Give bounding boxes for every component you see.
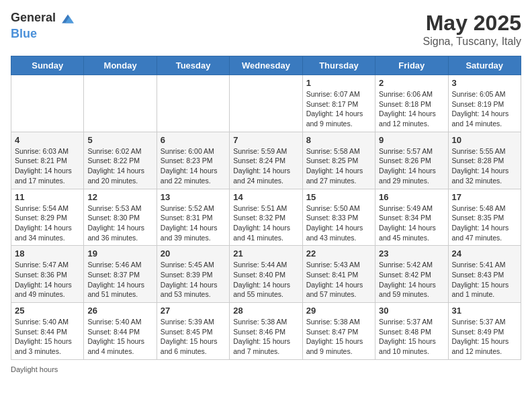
- day-info: Sunrise: 5:48 AM Sunset: 8:35 PM Dayligh…: [452, 203, 517, 243]
- title-block: May 2025 Signa, Tuscany, Italy: [423, 11, 521, 48]
- day-info: Sunrise: 5:57 AM Sunset: 8:26 PM Dayligh…: [379, 146, 444, 186]
- calendar-cell: 9Sunrise: 5:57 AM Sunset: 8:26 PM Daylig…: [375, 132, 448, 189]
- weekday-header: Thursday: [302, 56, 375, 75]
- day-info: Sunrise: 5:47 AM Sunset: 8:36 PM Dayligh…: [15, 260, 80, 300]
- day-info: Sunrise: 6:02 AM Sunset: 8:22 PM Dayligh…: [87, 146, 152, 186]
- day-number: 18: [15, 248, 80, 259]
- day-info: Sunrise: 5:42 AM Sunset: 8:42 PM Dayligh…: [379, 260, 444, 300]
- calendar-cell: 8Sunrise: 5:58 AM Sunset: 8:25 PM Daylig…: [302, 132, 375, 189]
- weekday-header: Tuesday: [157, 56, 229, 75]
- calendar-cell: 15Sunrise: 5:50 AM Sunset: 8:33 PM Dayli…: [302, 189, 375, 246]
- calendar-cell: 25Sunrise: 5:40 AM Sunset: 8:44 PM Dayli…: [11, 303, 84, 360]
- logo: General Blue: [11, 11, 77, 41]
- day-number: 23: [379, 248, 444, 259]
- day-number: 21: [233, 248, 298, 259]
- day-info: Sunrise: 5:38 AM Sunset: 8:46 PM Dayligh…: [233, 317, 298, 357]
- day-info: Sunrise: 5:55 AM Sunset: 8:28 PM Dayligh…: [452, 146, 517, 186]
- calendar-cell: 6Sunrise: 6:00 AM Sunset: 8:23 PM Daylig…: [157, 132, 229, 189]
- day-info: Sunrise: 5:53 AM Sunset: 8:30 PM Dayligh…: [87, 203, 152, 243]
- day-info: Sunrise: 6:05 AM Sunset: 8:19 PM Dayligh…: [452, 89, 517, 129]
- day-info: Sunrise: 6:00 AM Sunset: 8:23 PM Dayligh…: [161, 146, 226, 186]
- day-number: 6: [161, 135, 226, 145]
- calendar-cell: 29Sunrise: 5:38 AM Sunset: 8:47 PM Dayli…: [302, 303, 375, 360]
- day-number: 24: [452, 248, 517, 259]
- day-number: 2: [379, 78, 444, 88]
- day-number: 26: [87, 306, 152, 316]
- calendar-cell: 28Sunrise: 5:38 AM Sunset: 8:46 PM Dayli…: [230, 303, 302, 360]
- calendar-week-row: 18Sunrise: 5:47 AM Sunset: 8:36 PM Dayli…: [11, 246, 521, 303]
- location-title: Signa, Tuscany, Italy: [423, 36, 521, 48]
- calendar-cell: 27Sunrise: 5:39 AM Sunset: 8:45 PM Dayli…: [157, 303, 229, 360]
- day-info: Sunrise: 5:38 AM Sunset: 8:47 PM Dayligh…: [306, 317, 371, 357]
- day-info: Sunrise: 5:40 AM Sunset: 8:44 PM Dayligh…: [87, 317, 152, 357]
- calendar-cell: 14Sunrise: 5:51 AM Sunset: 8:32 PM Dayli…: [230, 189, 302, 246]
- calendar-table: SundayMondayTuesdayWednesdayThursdayFrid…: [11, 56, 521, 360]
- calendar-cell: 26Sunrise: 5:40 AM Sunset: 8:44 PM Dayli…: [84, 303, 157, 360]
- calendar-cell: 21Sunrise: 5:44 AM Sunset: 8:40 PM Dayli…: [230, 246, 302, 303]
- weekday-header: Wednesday: [230, 56, 302, 75]
- day-info: Sunrise: 5:46 AM Sunset: 8:37 PM Dayligh…: [87, 260, 152, 300]
- day-number: 8: [306, 135, 371, 145]
- calendar-week-row: 11Sunrise: 5:54 AM Sunset: 8:29 PM Dayli…: [11, 189, 521, 246]
- weekday-header: Sunday: [11, 56, 84, 75]
- day-info: Sunrise: 6:06 AM Sunset: 8:18 PM Dayligh…: [379, 89, 444, 129]
- day-number: 7: [233, 135, 298, 145]
- day-number: 9: [379, 135, 444, 145]
- logo-icon: [60, 11, 76, 27]
- day-info: Sunrise: 5:37 AM Sunset: 8:48 PM Dayligh…: [379, 317, 444, 357]
- calendar-cell: 22Sunrise: 5:43 AM Sunset: 8:41 PM Dayli…: [302, 246, 375, 303]
- day-info: Sunrise: 5:51 AM Sunset: 8:32 PM Dayligh…: [233, 203, 298, 243]
- day-info: Sunrise: 5:54 AM Sunset: 8:29 PM Dayligh…: [15, 203, 80, 243]
- calendar-cell: [11, 75, 84, 132]
- calendar-week-row: 25Sunrise: 5:40 AM Sunset: 8:44 PM Dayli…: [11, 303, 521, 360]
- day-info: Sunrise: 5:40 AM Sunset: 8:44 PM Dayligh…: [15, 317, 80, 357]
- day-number: 10: [452, 135, 517, 145]
- calendar-cell: 4Sunrise: 6:03 AM Sunset: 8:21 PM Daylig…: [11, 132, 84, 189]
- day-number: 25: [15, 306, 80, 316]
- day-number: 13: [161, 192, 226, 202]
- calendar-cell: 2Sunrise: 6:06 AM Sunset: 8:18 PM Daylig…: [375, 75, 448, 132]
- day-number: 12: [87, 192, 152, 202]
- weekday-header: Saturday: [448, 56, 521, 75]
- day-number: 20: [161, 248, 226, 259]
- day-info: Sunrise: 6:07 AM Sunset: 8:17 PM Dayligh…: [306, 89, 371, 129]
- logo-text: General Blue: [11, 11, 77, 41]
- month-title: May 2025: [423, 11, 521, 36]
- day-number: 27: [161, 306, 226, 316]
- day-info: Sunrise: 5:37 AM Sunset: 8:49 PM Dayligh…: [452, 317, 517, 357]
- calendar-cell: 7Sunrise: 5:59 AM Sunset: 8:24 PM Daylig…: [230, 132, 302, 189]
- weekday-header-row: SundayMondayTuesdayWednesdayThursdayFrid…: [11, 56, 521, 75]
- day-number: 3: [452, 78, 517, 88]
- calendar-cell: 31Sunrise: 5:37 AM Sunset: 8:49 PM Dayli…: [448, 303, 521, 360]
- day-number: 5: [87, 135, 152, 145]
- calendar-week-row: 4Sunrise: 6:03 AM Sunset: 8:21 PM Daylig…: [11, 132, 521, 189]
- calendar-cell: 19Sunrise: 5:46 AM Sunset: 8:37 PM Dayli…: [84, 246, 157, 303]
- calendar-cell: 18Sunrise: 5:47 AM Sunset: 8:36 PM Dayli…: [11, 246, 84, 303]
- calendar-cell: [230, 75, 302, 132]
- day-number: 22: [306, 248, 371, 259]
- calendar-cell: [157, 75, 229, 132]
- calendar-cell: 10Sunrise: 5:55 AM Sunset: 8:28 PM Dayli…: [448, 132, 521, 189]
- calendar-cell: 1Sunrise: 6:07 AM Sunset: 8:17 PM Daylig…: [302, 75, 375, 132]
- calendar-cell: 24Sunrise: 5:41 AM Sunset: 8:43 PM Dayli…: [448, 246, 521, 303]
- logo-general: General: [11, 11, 56, 24]
- calendar-cell: 11Sunrise: 5:54 AM Sunset: 8:29 PM Dayli…: [11, 189, 84, 246]
- day-number: 31: [452, 306, 517, 316]
- day-info: Sunrise: 6:03 AM Sunset: 8:21 PM Dayligh…: [15, 146, 80, 186]
- day-info: Sunrise: 5:50 AM Sunset: 8:33 PM Dayligh…: [306, 203, 371, 243]
- calendar-cell: 20Sunrise: 5:45 AM Sunset: 8:39 PM Dayli…: [157, 246, 229, 303]
- calendar-cell: 13Sunrise: 5:52 AM Sunset: 8:31 PM Dayli…: [157, 189, 229, 246]
- day-info: Sunrise: 5:58 AM Sunset: 8:25 PM Dayligh…: [306, 146, 371, 186]
- day-number: 15: [306, 192, 371, 202]
- calendar-week-row: 1Sunrise: 6:07 AM Sunset: 8:17 PM Daylig…: [11, 75, 521, 132]
- day-info: Sunrise: 5:39 AM Sunset: 8:45 PM Dayligh…: [161, 317, 226, 357]
- day-number: 30: [379, 306, 444, 316]
- calendar-cell: 12Sunrise: 5:53 AM Sunset: 8:30 PM Dayli…: [84, 189, 157, 246]
- day-info: Sunrise: 5:59 AM Sunset: 8:24 PM Dayligh…: [233, 146, 298, 186]
- day-info: Sunrise: 5:41 AM Sunset: 8:43 PM Dayligh…: [452, 260, 517, 300]
- day-number: 16: [379, 192, 444, 202]
- day-number: 11: [15, 192, 80, 202]
- day-info: Sunrise: 5:44 AM Sunset: 8:40 PM Dayligh…: [233, 260, 298, 300]
- weekday-header: Monday: [84, 56, 157, 75]
- day-info: Sunrise: 5:49 AM Sunset: 8:34 PM Dayligh…: [379, 203, 444, 243]
